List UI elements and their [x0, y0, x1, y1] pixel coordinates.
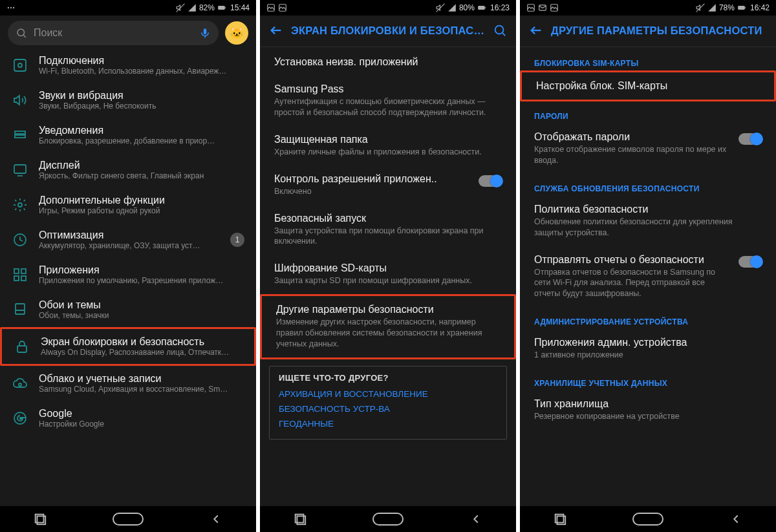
svg-rect-10 [14, 59, 26, 71]
setting-title: Политика безопасности [534, 204, 762, 215]
display-icon [12, 162, 28, 178]
mic-icon[interactable] [199, 27, 211, 39]
status-bar: 78% 16:42 [520, 0, 776, 16]
setting-item[interactable]: Отправлять отчеты о безопасностиОтправка… [520, 246, 776, 308]
setting-title: Экран блокировки и безопасность [41, 336, 242, 348]
recents-button[interactable] [293, 512, 307, 526]
search-icon[interactable] [493, 23, 507, 37]
setting-item-advanced[interactable]: Дополнительные функции Игры, Режим работ… [0, 187, 256, 222]
nav-bar [520, 506, 776, 532]
setting-title: Установка неизв. приложений [274, 56, 502, 68]
setting-item-cloud[interactable]: Облако и учетные записи Samsung Cloud, А… [0, 366, 256, 401]
suggestion-link[interactable]: ГЕОДАННЫЕ [279, 416, 497, 431]
setting-subtitle: Приложения по умолчанию, Разрешения прил… [39, 276, 244, 285]
setting-item[interactable]: Приложения админ. устройства1 активное п… [520, 329, 776, 368]
toggle-switch[interactable] [738, 256, 762, 268]
mail-icon [538, 3, 547, 12]
svg-rect-42 [738, 6, 745, 10]
search-icon [16, 27, 27, 39]
toggle-switch[interactable] [738, 133, 762, 145]
svg-rect-8 [204, 28, 207, 34]
signal-icon [447, 3, 457, 12]
setting-item[interactable]: Защищенная папкаХраните личные файлы и п… [260, 126, 516, 165]
setting-subtitle: Звуки, Вибрация, Не беспокоить [39, 101, 244, 111]
search-input[interactable]: Поиск [8, 21, 219, 45]
setting-item[interactable]: Политика безопасностиОбновление политики… [520, 196, 776, 246]
section-label: ХРАНИЛИЩЕ УЧЕТНЫХ ДАННЫХ [520, 368, 776, 390]
back-button[interactable] [729, 512, 743, 526]
section-label: СЛУЖБА ОБНОВЛЕНИЯ БЕЗОПАСНОСТИ [520, 174, 776, 196]
setting-item-display[interactable]: Дисплей Яркость, Фильтр синего света, Гл… [0, 153, 256, 187]
setting-item[interactable]: Контроль разрешений приложен..Включено [260, 165, 516, 205]
svg-point-34 [495, 26, 504, 34]
svg-rect-4 [218, 6, 225, 10]
setting-title: Контроль разрешений приложен.. [274, 173, 472, 185]
setting-item[interactable]: Шифрование SD-картыЗащита карты SD при п… [260, 255, 516, 294]
toggle-switch[interactable] [479, 175, 502, 187]
setting-title: Отображать пароли [534, 131, 732, 143]
recents-button[interactable] [33, 512, 47, 526]
pane-header: ДРУГИЕ ПАРАМЕТРЫ БЕЗОПАСНОСТИ [520, 16, 776, 47]
setting-item[interactable]: Отображать паролиКраткое отображение сим… [520, 123, 776, 174]
home-button[interactable] [113, 513, 144, 526]
setting-subtitle: Отправка отчетов о безопасности в Samsun… [534, 267, 732, 300]
page-title: ДРУГИЕ ПАРАМЕТРЫ БЕЗОПАСНОСТИ [551, 25, 767, 37]
svg-rect-43 [745, 7, 746, 8]
setting-title: Звуки и вибрация [39, 90, 244, 101]
setting-title: Облако и учетные записи [39, 373, 244, 385]
suggestion-link[interactable]: БЕЗОПАСНОСТЬ УСТР-ВА [279, 401, 497, 416]
svg-point-24 [19, 383, 21, 386]
nav-bar [260, 506, 516, 532]
setting-subtitle: Обои, темы, значки [39, 311, 244, 320]
svg-rect-21 [21, 276, 26, 281]
looking-for-title: ИЩЕТЕ ЧТО-ТО ДРУГОЕ? [279, 373, 497, 383]
setting-subtitle: Изменение других настроек безопасности, … [276, 317, 500, 350]
setting-item[interactable]: Тип хранилищаРезервное копирование на ус… [520, 390, 776, 430]
setting-item-apps[interactable]: Приложения Приложения по умолчанию, Разр… [0, 257, 256, 292]
home-button[interactable] [372, 513, 404, 526]
setting-title: Дополнительные функции [39, 195, 244, 206]
setting-subtitle: Резервное копирование на устройстве [534, 411, 762, 422]
setting-title: Настройка блок. SIM-карты [536, 80, 760, 92]
apps-icon [12, 267, 28, 282]
avatar[interactable]: 🐱 [225, 21, 248, 45]
battery-percent: 80% [459, 3, 475, 12]
svg-point-2 [13, 7, 14, 8]
setting-item[interactable]: Настройка блок. SIM-карты [520, 70, 776, 101]
svg-rect-12 [15, 131, 25, 134]
screenshot-icon [550, 3, 559, 12]
setting-item[interactable]: Samsung PassАутентификация с помощью био… [260, 76, 516, 126]
setting-item[interactable]: Безопасный запускЗащита устройства при п… [260, 205, 516, 255]
setting-title: Другие параметры безопасности [276, 304, 500, 315]
page-title: ЭКРАН БЛОКИРОВКИ И БЕЗОПАСНОСТЬ [291, 25, 485, 37]
setting-item-lock[interactable]: Экран блокировки и безопасность Always O… [0, 327, 256, 366]
section-label: БЛОКИРОВКА SIM-КАРТЫ [520, 48, 776, 70]
back-button[interactable] [469, 512, 483, 526]
back-button[interactable] [209, 512, 223, 526]
back-icon[interactable] [529, 23, 543, 37]
search-row: Поиск 🐱 [0, 16, 256, 48]
setting-title: Оптимизация [39, 229, 220, 241]
clock: 15:44 [230, 3, 250, 12]
suggestion-link[interactable]: АРХИВАЦИЯ И ВОССТАНОВЛЕНИЕ [279, 387, 497, 401]
setting-item-connections[interactable]: Подключения Wi-Fi, Bluetooth, Использова… [0, 48, 256, 83]
setting-title: Приложения админ. устройства [534, 337, 762, 348]
setting-item-optimize[interactable]: Оптимизация Аккумулятор, хранилище, ОЗУ,… [0, 222, 256, 257]
svg-line-35 [502, 33, 505, 36]
search-placeholder: Поиск [34, 27, 62, 39]
setting-item-sound[interactable]: Звуки и вибрация Звуки, Вибрация, Не бес… [0, 83, 256, 118]
recents-button[interactable] [553, 512, 567, 526]
advanced-icon [12, 197, 28, 213]
setting-item[interactable]: Другие параметры безопасностиИзменение д… [260, 294, 516, 359]
google-icon [12, 410, 28, 426]
phone-screen-other-security: 78% 16:42 ДРУГИЕ ПАРАМЕТРЫ БЕЗОПАСНОСТИ … [520, 0, 776, 532]
svg-point-1 [10, 7, 12, 8]
setting-item-google[interactable]: Google Настройки Google [0, 401, 256, 436]
home-button[interactable] [632, 513, 663, 526]
setting-item-wallpaper[interactable]: Обои и темы Обои, темы, значки [0, 292, 256, 327]
setting-title: Отправлять отчеты о безопасности [534, 254, 732, 266]
back-icon[interactable] [269, 23, 283, 37]
setting-item[interactable]: Установка неизв. приложений [260, 48, 516, 76]
svg-rect-31 [478, 6, 485, 10]
setting-item-notif[interactable]: Уведомления Блокировка, разрешение, доба… [0, 118, 256, 153]
